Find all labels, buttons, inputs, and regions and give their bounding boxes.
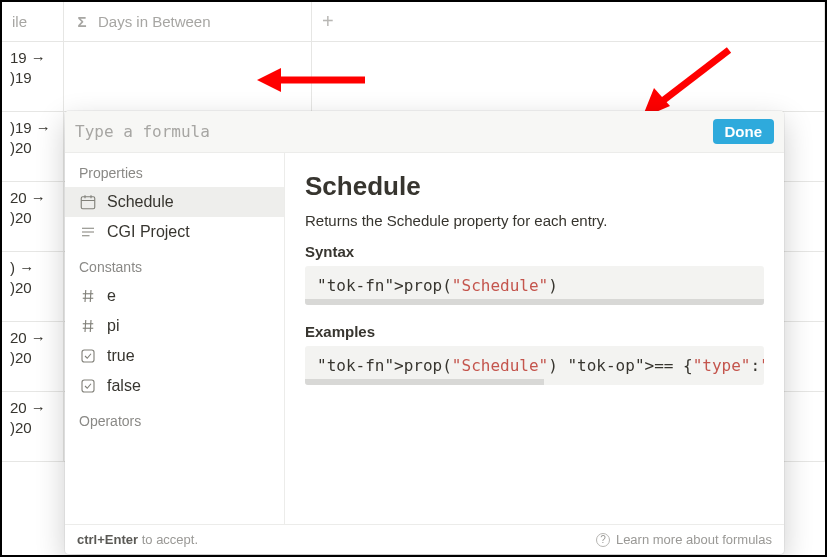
cell-formula[interactable]	[64, 42, 312, 111]
sigma-icon: Σ	[74, 13, 90, 30]
date-icon	[79, 193, 97, 211]
formula-input[interactable]	[75, 122, 703, 141]
doc-description: Returns the Schedule property for each e…	[305, 212, 764, 229]
formula-doc-panel: Schedule Returns the Schedule property f…	[285, 153, 784, 524]
sidebar-group-label: Constants	[65, 247, 284, 281]
cell-schedule-fragment: 20 →)20	[2, 182, 64, 251]
column-header-label: Days in Between	[98, 13, 211, 30]
table-row[interactable]: 19 →)19	[2, 42, 825, 112]
svg-rect-19	[82, 350, 94, 362]
sidebar-item-cgi-project[interactable]: CGI Project	[65, 217, 284, 247]
help-icon[interactable]: ?	[596, 533, 610, 547]
cell-schedule-fragment: 20 →)20	[2, 392, 64, 461]
plus-icon: +	[322, 10, 334, 33]
sidebar-item-label: false	[107, 377, 141, 395]
formula-input-row: Done	[65, 111, 784, 153]
examples-label: Examples	[305, 323, 764, 340]
sidebar-item-true[interactable]: true	[65, 341, 284, 371]
sidebar-item-label: e	[107, 287, 116, 305]
formula-sidebar[interactable]: PropertiesScheduleCGI ProjectConstantsep…	[65, 153, 285, 524]
svg-line-13	[85, 290, 86, 302]
syntax-label: Syntax	[305, 243, 764, 260]
cell-schedule-fragment: )19 →)20	[2, 112, 64, 181]
svg-line-18	[90, 320, 91, 332]
cell-schedule-fragment: ) →)20	[2, 252, 64, 321]
cell-empty	[312, 42, 825, 111]
doc-title: Schedule	[305, 171, 764, 202]
column-header-fragment[interactable]: ile	[2, 2, 64, 41]
cell-schedule-fragment: 19 →)19	[2, 42, 64, 111]
checkbox-icon	[79, 347, 97, 365]
sidebar-group-label: Properties	[65, 153, 284, 187]
svg-line-14	[90, 290, 91, 302]
hash-icon	[79, 287, 97, 305]
column-header-formula[interactable]: Σ Days in Between	[64, 2, 312, 41]
checkbox-icon	[79, 377, 97, 395]
examples-code: "tok-fn">prop("Schedule") "tok-op">== {"…	[305, 346, 764, 385]
formula-footer: ctrl+Enter to accept. ? Learn more about…	[65, 524, 784, 554]
add-column-button[interactable]: +	[312, 2, 825, 41]
svg-line-17	[85, 320, 86, 332]
syntax-code: "tok-fn">prop("Schedule")	[305, 266, 764, 305]
sidebar-item-pi[interactable]: pi	[65, 311, 284, 341]
sidebar-item-label: CGI Project	[107, 223, 190, 241]
done-button[interactable]: Done	[713, 119, 775, 144]
shortcut-hint: ctrl+Enter to accept.	[77, 532, 198, 547]
formula-editor-popup: Done PropertiesScheduleCGI ProjectConsta…	[65, 111, 784, 554]
text-icon	[79, 223, 97, 241]
table-header-row: ile Σ Days in Between +	[2, 2, 825, 42]
learn-more-link[interactable]: Learn more about formulas	[616, 532, 772, 547]
svg-rect-4	[81, 197, 95, 209]
svg-rect-20	[82, 380, 94, 392]
sidebar-item-e[interactable]: e	[65, 281, 284, 311]
sidebar-item-false[interactable]: false	[65, 371, 284, 401]
sidebar-item-label: pi	[107, 317, 119, 335]
sidebar-item-label: Schedule	[107, 193, 174, 211]
hash-icon	[79, 317, 97, 335]
sidebar-item-label: true	[107, 347, 135, 365]
cell-schedule-fragment: 20 →)20	[2, 322, 64, 391]
sidebar-item-schedule[interactable]: Schedule	[65, 187, 284, 217]
sidebar-group-label: Operators	[65, 401, 284, 435]
